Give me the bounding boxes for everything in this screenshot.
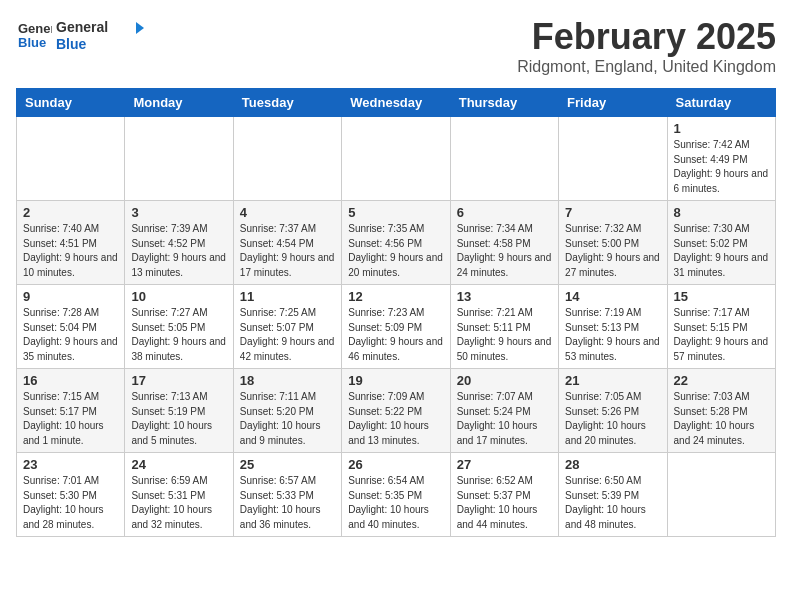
calendar-week-row: 16Sunrise: 7:15 AM Sunset: 5:17 PM Dayli… — [17, 369, 776, 453]
calendar-cell: 17Sunrise: 7:13 AM Sunset: 5:19 PM Dayli… — [125, 369, 233, 453]
calendar-table: SundayMondayTuesdayWednesdayThursdayFrid… — [16, 88, 776, 537]
day-info: Sunrise: 6:52 AM Sunset: 5:37 PM Dayligh… — [457, 474, 552, 532]
calendar-cell: 28Sunrise: 6:50 AM Sunset: 5:39 PM Dayli… — [559, 453, 667, 537]
calendar-cell: 13Sunrise: 7:21 AM Sunset: 5:11 PM Dayli… — [450, 285, 558, 369]
day-info: Sunrise: 7:13 AM Sunset: 5:19 PM Dayligh… — [131, 390, 226, 448]
day-number: 2 — [23, 205, 118, 220]
day-info: Sunrise: 7:17 AM Sunset: 5:15 PM Dayligh… — [674, 306, 769, 364]
svg-text:General: General — [56, 19, 108, 35]
weekday-header-friday: Friday — [559, 89, 667, 117]
day-number: 3 — [131, 205, 226, 220]
calendar-cell — [233, 117, 341, 201]
calendar-cell: 27Sunrise: 6:52 AM Sunset: 5:37 PM Dayli… — [450, 453, 558, 537]
logo-text: General Blue — [56, 16, 146, 54]
calendar-cell — [342, 117, 450, 201]
calendar-cell: 1Sunrise: 7:42 AM Sunset: 4:49 PM Daylig… — [667, 117, 775, 201]
calendar-cell: 16Sunrise: 7:15 AM Sunset: 5:17 PM Dayli… — [17, 369, 125, 453]
day-info: Sunrise: 7:28 AM Sunset: 5:04 PM Dayligh… — [23, 306, 118, 364]
calendar-cell: 4Sunrise: 7:37 AM Sunset: 4:54 PM Daylig… — [233, 201, 341, 285]
day-number: 17 — [131, 373, 226, 388]
svg-text:Blue: Blue — [18, 35, 46, 50]
day-number: 21 — [565, 373, 660, 388]
day-info: Sunrise: 7:30 AM Sunset: 5:02 PM Dayligh… — [674, 222, 769, 280]
weekday-header-monday: Monday — [125, 89, 233, 117]
calendar-cell: 19Sunrise: 7:09 AM Sunset: 5:22 PM Dayli… — [342, 369, 450, 453]
day-number: 25 — [240, 457, 335, 472]
calendar-cell: 25Sunrise: 6:57 AM Sunset: 5:33 PM Dayli… — [233, 453, 341, 537]
calendar-subtitle: Ridgmont, England, United Kingdom — [517, 58, 776, 76]
day-number: 19 — [348, 373, 443, 388]
calendar-cell: 12Sunrise: 7:23 AM Sunset: 5:09 PM Dayli… — [342, 285, 450, 369]
calendar-cell: 3Sunrise: 7:39 AM Sunset: 4:52 PM Daylig… — [125, 201, 233, 285]
weekday-header-sunday: Sunday — [17, 89, 125, 117]
calendar-cell: 24Sunrise: 6:59 AM Sunset: 5:31 PM Dayli… — [125, 453, 233, 537]
svg-text:Blue: Blue — [56, 36, 87, 52]
day-number: 10 — [131, 289, 226, 304]
day-info: Sunrise: 7:37 AM Sunset: 4:54 PM Dayligh… — [240, 222, 335, 280]
day-number: 23 — [23, 457, 118, 472]
calendar-cell: 26Sunrise: 6:54 AM Sunset: 5:35 PM Dayli… — [342, 453, 450, 537]
calendar-cell: 10Sunrise: 7:27 AM Sunset: 5:05 PM Dayli… — [125, 285, 233, 369]
calendar-cell: 15Sunrise: 7:17 AM Sunset: 5:15 PM Dayli… — [667, 285, 775, 369]
weekday-header-saturday: Saturday — [667, 89, 775, 117]
day-number: 26 — [348, 457, 443, 472]
day-number: 22 — [674, 373, 769, 388]
day-info: Sunrise: 7:19 AM Sunset: 5:13 PM Dayligh… — [565, 306, 660, 364]
calendar-cell — [17, 117, 125, 201]
calendar-week-row: 1Sunrise: 7:42 AM Sunset: 4:49 PM Daylig… — [17, 117, 776, 201]
calendar-cell — [450, 117, 558, 201]
day-info: Sunrise: 7:03 AM Sunset: 5:28 PM Dayligh… — [674, 390, 769, 448]
calendar-cell: 22Sunrise: 7:03 AM Sunset: 5:28 PM Dayli… — [667, 369, 775, 453]
day-number: 5 — [348, 205, 443, 220]
day-info: Sunrise: 7:09 AM Sunset: 5:22 PM Dayligh… — [348, 390, 443, 448]
calendar-title: February 2025 — [517, 16, 776, 58]
weekday-header-thursday: Thursday — [450, 89, 558, 117]
day-info: Sunrise: 7:07 AM Sunset: 5:24 PM Dayligh… — [457, 390, 552, 448]
weekday-header-row: SundayMondayTuesdayWednesdayThursdayFrid… — [17, 89, 776, 117]
svg-text:General: General — [18, 21, 52, 36]
day-info: Sunrise: 7:32 AM Sunset: 5:00 PM Dayligh… — [565, 222, 660, 280]
day-info: Sunrise: 7:21 AM Sunset: 5:11 PM Dayligh… — [457, 306, 552, 364]
day-number: 18 — [240, 373, 335, 388]
calendar-cell: 6Sunrise: 7:34 AM Sunset: 4:58 PM Daylig… — [450, 201, 558, 285]
day-info: Sunrise: 7:35 AM Sunset: 4:56 PM Dayligh… — [348, 222, 443, 280]
day-number: 16 — [23, 373, 118, 388]
weekday-header-wednesday: Wednesday — [342, 89, 450, 117]
title-area: February 2025 Ridgmont, England, United … — [517, 16, 776, 76]
weekday-header-tuesday: Tuesday — [233, 89, 341, 117]
svg-marker-5 — [136, 22, 144, 34]
day-info: Sunrise: 7:05 AM Sunset: 5:26 PM Dayligh… — [565, 390, 660, 448]
calendar-cell: 21Sunrise: 7:05 AM Sunset: 5:26 PM Dayli… — [559, 369, 667, 453]
day-info: Sunrise: 7:39 AM Sunset: 4:52 PM Dayligh… — [131, 222, 226, 280]
calendar-week-row: 2Sunrise: 7:40 AM Sunset: 4:51 PM Daylig… — [17, 201, 776, 285]
calendar-cell: 18Sunrise: 7:11 AM Sunset: 5:20 PM Dayli… — [233, 369, 341, 453]
day-number: 15 — [674, 289, 769, 304]
day-info: Sunrise: 6:54 AM Sunset: 5:35 PM Dayligh… — [348, 474, 443, 532]
day-info: Sunrise: 6:59 AM Sunset: 5:31 PM Dayligh… — [131, 474, 226, 532]
calendar-cell: 9Sunrise: 7:28 AM Sunset: 5:04 PM Daylig… — [17, 285, 125, 369]
day-number: 20 — [457, 373, 552, 388]
day-info: Sunrise: 7:25 AM Sunset: 5:07 PM Dayligh… — [240, 306, 335, 364]
calendar-cell: 14Sunrise: 7:19 AM Sunset: 5:13 PM Dayli… — [559, 285, 667, 369]
logo: General Blue General Blue — [16, 16, 146, 54]
day-number: 6 — [457, 205, 552, 220]
day-info: Sunrise: 7:23 AM Sunset: 5:09 PM Dayligh… — [348, 306, 443, 364]
day-number: 14 — [565, 289, 660, 304]
day-info: Sunrise: 7:11 AM Sunset: 5:20 PM Dayligh… — [240, 390, 335, 448]
calendar-cell: 2Sunrise: 7:40 AM Sunset: 4:51 PM Daylig… — [17, 201, 125, 285]
day-number: 1 — [674, 121, 769, 136]
day-number: 11 — [240, 289, 335, 304]
calendar-cell — [125, 117, 233, 201]
day-info: Sunrise: 7:27 AM Sunset: 5:05 PM Dayligh… — [131, 306, 226, 364]
day-number: 9 — [23, 289, 118, 304]
day-info: Sunrise: 7:15 AM Sunset: 5:17 PM Dayligh… — [23, 390, 118, 448]
calendar-cell: 5Sunrise: 7:35 AM Sunset: 4:56 PM Daylig… — [342, 201, 450, 285]
day-number: 7 — [565, 205, 660, 220]
header: General Blue General Blue February 2025 … — [16, 16, 776, 76]
day-info: Sunrise: 7:01 AM Sunset: 5:30 PM Dayligh… — [23, 474, 118, 532]
day-number: 13 — [457, 289, 552, 304]
day-info: Sunrise: 7:42 AM Sunset: 4:49 PM Dayligh… — [674, 138, 769, 196]
calendar-cell — [559, 117, 667, 201]
calendar-week-row: 9Sunrise: 7:28 AM Sunset: 5:04 PM Daylig… — [17, 285, 776, 369]
calendar-cell: 20Sunrise: 7:07 AM Sunset: 5:24 PM Dayli… — [450, 369, 558, 453]
